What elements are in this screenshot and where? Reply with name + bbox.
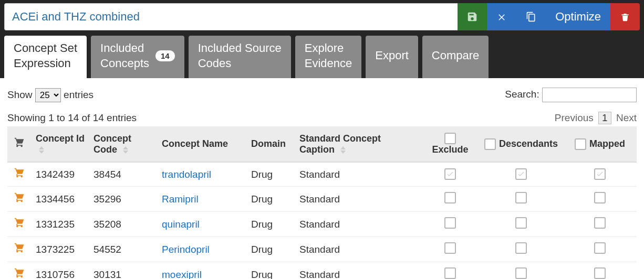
mapped-all-checkbox[interactable]	[575, 138, 586, 150]
cell-mapped	[563, 187, 637, 212]
cart-icon[interactable]	[14, 244, 25, 255]
concept-name-link[interactable]: Perindopril	[162, 244, 210, 255]
cell-concept-code: 30131	[89, 262, 158, 279]
row-checkbox[interactable]	[444, 217, 456, 229]
trash-icon	[620, 12, 630, 22]
save-button[interactable]	[458, 3, 487, 30]
col-exclude[interactable]: Exclude	[421, 126, 479, 162]
search-input[interactable]	[542, 88, 637, 102]
search-control: Search:	[505, 88, 637, 102]
col-domain[interactable]: Domain	[247, 126, 295, 162]
row-checkbox[interactable]	[515, 242, 527, 254]
concept-name-link[interactable]: Ramipril	[162, 194, 199, 205]
cell-exclude	[421, 262, 479, 279]
table-row: 137322554552PerindoprilDrugStandard	[7, 237, 637, 262]
row-checkbox[interactable]	[515, 267, 527, 279]
row-checkbox	[444, 168, 456, 180]
concept-name-link[interactable]: moexipril	[162, 269, 202, 279]
row-checkbox	[594, 168, 606, 180]
row-checkbox[interactable]	[444, 192, 456, 203]
cell-descendants	[479, 212, 563, 237]
cell-exclude	[421, 187, 479, 212]
save-icon	[466, 11, 478, 23]
cell-standard: Standard	[295, 237, 421, 262]
cell-domain: Drug	[247, 262, 295, 279]
current-page[interactable]: 1	[598, 112, 611, 124]
col-concept-code[interactable]: Concept Code	[89, 126, 158, 162]
cell-concept-id: 1342439	[32, 162, 89, 187]
row-checkbox[interactable]	[594, 217, 606, 229]
tab-concept-set[interactable]: Concept SetExpression	[4, 36, 87, 78]
tab-export[interactable]: Export	[366, 36, 418, 78]
cell-concept-id: 1334456	[32, 187, 89, 212]
close-button[interactable]	[487, 3, 516, 30]
row-checkbox[interactable]	[515, 192, 527, 203]
concept-name-link[interactable]: trandolapril	[162, 169, 211, 180]
cell-concept-code: 35208	[89, 212, 158, 237]
cart-icon[interactable]	[14, 270, 25, 279]
cell-standard: Standard	[295, 187, 421, 212]
cell-mapped	[563, 162, 637, 187]
descendants-all-checkbox[interactable]	[484, 138, 496, 150]
row-checkbox[interactable]	[594, 242, 606, 254]
cart-icon[interactable]	[14, 219, 25, 230]
cell-standard: Standard	[295, 212, 421, 237]
prev-page-button[interactable]: Previous	[555, 112, 594, 123]
row-checkbox	[515, 168, 527, 180]
col-mapped[interactable]: Mapped	[563, 126, 637, 162]
page-length-select[interactable]: 25	[35, 88, 61, 102]
cell-concept-id: 1310756	[32, 262, 89, 279]
concept-set-name-input[interactable]	[4, 3, 458, 30]
concept-name-link[interactable]: quinapril	[162, 219, 200, 230]
cell-descendants	[479, 237, 563, 262]
tab-badge: 14	[155, 50, 175, 62]
col-cart	[7, 126, 32, 162]
row-checkbox[interactable]	[515, 217, 527, 229]
col-descendants[interactable]: Descendants	[479, 126, 563, 162]
delete-button[interactable]	[610, 3, 640, 30]
cell-exclude	[421, 237, 479, 262]
tab-included[interactable]: IncludedConcepts14	[91, 36, 184, 78]
show-suf-label: entries	[64, 89, 94, 100]
cell-domain: Drug	[247, 237, 295, 262]
tab-compare[interactable]: Compare	[422, 36, 489, 78]
table-row: 133445635296RamiprilDrugStandard	[7, 187, 637, 212]
length-control: Show 25 entries	[7, 88, 94, 102]
pagination: Previous 1 Next	[555, 112, 637, 124]
cell-concept-code: 35296	[89, 187, 158, 212]
cell-descendants	[479, 187, 563, 212]
cell-exclude	[421, 212, 479, 237]
cell-mapped	[563, 212, 637, 237]
cart-icon[interactable]	[14, 194, 25, 205]
optimize-button[interactable]: Optimize	[546, 3, 610, 30]
row-checkbox[interactable]	[444, 242, 456, 254]
row-checkbox[interactable]	[444, 267, 456, 279]
show-pre-label: Show	[7, 89, 33, 100]
row-checkbox[interactable]	[594, 192, 606, 203]
table-row: 133123535208quinaprilDrugStandard	[7, 212, 637, 237]
cell-domain: Drug	[247, 162, 295, 187]
cell-concept-id: 1373225	[32, 237, 89, 262]
col-concept-name[interactable]: Concept Name	[158, 126, 247, 162]
search-label: Search:	[505, 89, 539, 100]
cell-concept-code: 38454	[89, 162, 158, 187]
cell-standard: Standard	[295, 162, 421, 187]
copy-button[interactable]	[516, 3, 546, 30]
close-icon	[497, 12, 506, 22]
table-row: 131075630131moexiprilDrugStandard	[7, 262, 637, 279]
tab-explore[interactable]: ExploreEvidence	[295, 36, 362, 78]
cell-concept-code: 54552	[89, 237, 158, 262]
cart-icon[interactable]	[14, 169, 25, 180]
cell-mapped	[563, 262, 637, 279]
copy-icon	[526, 12, 536, 22]
next-page-button[interactable]: Next	[616, 112, 637, 123]
table-info: Showing 1 to 14 of 14 entries	[7, 112, 137, 124]
cell-mapped	[563, 237, 637, 262]
col-standard[interactable]: Standard Concept Caption	[295, 126, 421, 162]
tab-included-source[interactable]: Included SourceCodes	[189, 36, 291, 78]
row-checkbox[interactable]	[594, 267, 606, 279]
cell-standard: Standard	[295, 262, 421, 279]
col-concept-id[interactable]: Concept Id	[32, 126, 89, 162]
cell-domain: Drug	[247, 187, 295, 212]
exclude-all-checkbox[interactable]	[444, 133, 456, 144]
